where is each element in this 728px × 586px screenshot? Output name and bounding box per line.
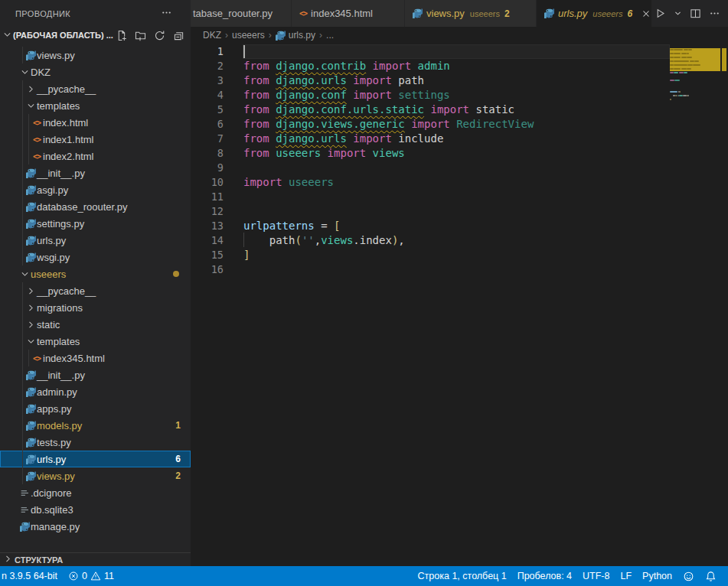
file-label: tests.py [37,437,71,448]
breadcrumb-item[interactable]: urls.py [276,30,315,41]
tree-item-templates[interactable]: templates [0,97,191,114]
tree-item-index-html[interactable]: <>index.html [0,114,191,131]
line-number: 13 [191,220,224,232]
tree-item-migrations[interactable]: migrations [0,299,191,316]
python-file-icon [25,215,36,232]
ruler-warning-mark [722,48,726,71]
problems-status[interactable]: 011 [63,566,119,586]
html-file-icon: <> [31,114,42,131]
breadcrumb-separator: › [318,30,324,41]
file-label: __pycache__ [37,285,96,297]
language-status[interactable]: Python [637,566,677,586]
line-number: 9 [191,161,224,174]
tree-item-settings-py[interactable]: settings.py [0,215,191,232]
tab-tabase-roouter-py[interactable]: tabase_roouter.py [191,0,292,27]
tree-item-asgi-py[interactable]: asgi.py [0,181,191,198]
eol-status[interactable]: LF [615,566,637,586]
tab-views-py[interactable]: views.pyuseeers2 [405,0,537,27]
python-version-status[interactable]: n 3.9.5 64-bit [0,566,63,586]
new-file-button[interactable] [115,29,127,41]
collapse-all-button[interactable] [172,29,184,41]
tree-item-views-py[interactable]: views.py2 [0,467,191,484]
tree-item--init-py[interactable]: __init__.py [0,164,191,181]
line-number: 4 [191,89,224,101]
new-folder-button[interactable] [134,29,146,41]
code-line-16: 16 [191,262,728,276]
tree-item-wsgi-py[interactable]: wsgi.py [0,249,191,265]
python-file-icon [276,31,286,41]
tree-item-index2-html[interactable]: <>index2.html [0,148,191,164]
encoding-status[interactable]: UTF-8 [577,566,615,586]
line-number: 7 [191,132,224,145]
file-label: wsgi.py [37,252,70,263]
tab-label: index345.html [311,8,373,19]
tree-item-tests-py[interactable]: tests.py [0,434,191,451]
tree-item-db-sqlite3[interactable]: db.sqlite3 [0,501,191,518]
tree-item-models-py[interactable]: models.py1 [0,417,191,434]
tree-item--init-py[interactable]: __init__.py [0,366,191,383]
tree-item-urls-py[interactable]: urls.py [0,232,191,249]
run-button[interactable] [652,5,668,23]
breadcrumb-item[interactable]: useeers [232,30,265,41]
error-count: 0 [82,571,87,581]
cursor-position-status[interactable]: Строка 1, столбец 1 [413,566,512,586]
tab-close-icon[interactable] [641,8,651,20]
split-editor-button[interactable] [687,5,704,23]
editor-more-button[interactable] [707,5,723,23]
tree-item-useeers[interactable]: useeers [0,265,191,282]
file-label: index2.html [43,151,93,162]
chevron-down-icon [19,63,30,80]
overview-ruler[interactable] [720,44,728,566]
file-label: templates [37,336,80,347]
structure-section-header[interactable]: СТРУКТУРА [0,552,191,566]
notifications-status[interactable] [700,566,722,586]
tree-item-index345-html[interactable]: <>index345.html [0,350,191,366]
tree-item-urls-py[interactable]: urls.py6 [0,451,191,467]
breadcrumb-item[interactable]: ... [326,30,334,41]
code-line-8: 8from useeers import views [191,145,728,160]
breadcrumb-item[interactable]: DKZ [203,30,221,41]
file-label: templates [37,100,80,112]
tree-item-manage-py[interactable]: manage.py [0,518,191,535]
tab-bar: tabase_roouter.py<>index345.htmlviews.py… [191,0,728,27]
chevron-down-icon [25,97,36,114]
line-number: 10 [191,176,224,188]
run-dropdown[interactable] [671,5,684,23]
tree-item-templates[interactable]: templates [0,333,191,350]
code-editor[interactable]: 12from django.contrib import admin3from … [191,44,728,566]
tree-item-admin-py[interactable]: admin.py [0,383,191,400]
tree-item-static[interactable]: static [0,316,191,333]
html-file-icon: <> [31,350,42,366]
python-file-icon [25,383,36,400]
feedback-status[interactable] [677,566,700,586]
tree-item-index1-html[interactable]: <>index1.html [0,131,191,148]
tree-item-DKZ[interactable]: DKZ [0,63,191,80]
tree-item-database-roouter-py[interactable]: database_roouter.py [0,198,191,215]
python-file-icon [25,181,36,198]
explorer-sidebar: ПРОВОДНИК (РАБОЧАЯ ОБЛАСТЬ) ... views.py… [0,0,191,566]
refresh-button[interactable] [153,29,165,41]
python-file-icon [544,8,554,18]
line-number: 6 [191,118,224,130]
tree-item--pycache-[interactable]: __pycache__ [0,282,191,299]
tree-item-apps-py[interactable]: apps.py [0,400,191,417]
error-icon [68,571,79,581]
code-line-13: 13urlpatterns = [ [191,218,728,233]
file-label: __pycache__ [37,83,96,95]
line-number: 11 [191,190,224,203]
workspace-section-header[interactable]: (РАБОЧАЯ ОБЛАСТЬ) ... [0,27,191,44]
chevron-right-icon [25,299,36,316]
code-line-6: 6from django.views.generic import Redire… [191,116,728,131]
minimap[interactable] [670,44,720,566]
tree-item--pycache-[interactable]: __pycache__ [0,80,191,97]
html-file-icon: <> [31,131,42,148]
tab-index345-html[interactable]: <>index345.html [292,0,405,27]
tab-urls-py[interactable]: urls.pyuseeers6 [537,0,652,27]
tree-item-views-py[interactable]: views.py [0,47,191,63]
html-file-icon: <> [299,9,307,18]
tree-item--dcignore[interactable]: .dcignore [0,484,191,501]
explorer-more-icon[interactable] [161,7,172,20]
file-label: index.html [43,117,88,129]
indentation-status[interactable]: Пробелов: 4 [512,566,577,586]
explorer-title-row: ПРОВОДНИК [0,0,191,27]
